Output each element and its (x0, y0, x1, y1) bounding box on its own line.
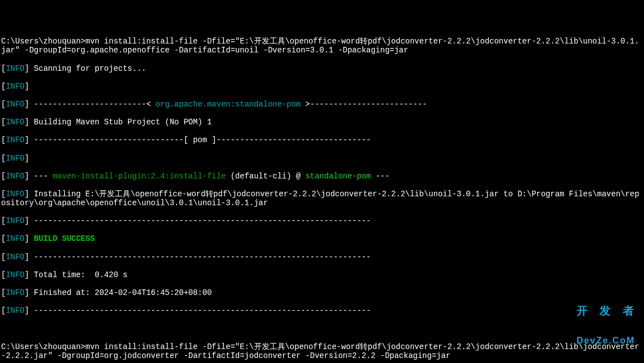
watermark: 开 发 者 DevZe.CoM (577, 287, 638, 355)
log-line: [INFO] Total time: 0.420 s (1, 270, 643, 279)
terminal-output[interactable]: C:\Users\zhouquan>mvn install:install-fi… (1, 342, 643, 360)
command: mvn install:install-file -Dfile="E:\开发工具… (1, 342, 639, 360)
log-line: [INFO] Scanning for projects... (1, 64, 643, 73)
log-line: [INFO] --- maven-install-plugin:2.4:inst… (1, 172, 643, 181)
log-line: [INFO] ---------------------------------… (1, 253, 643, 262)
log-line: [INFO] Installing E:\开发工具\openoffice-wor… (1, 190, 643, 207)
plugin-name: maven-install-plugin:2.4:install-file (52, 172, 226, 181)
log-level: INFO (6, 216, 25, 225)
build-success: BUILD SUCCESS (29, 234, 95, 243)
maven-coordinates: org.apache.maven:standalone-pom (155, 100, 300, 109)
log-line: [INFO] --------------------------------[… (1, 135, 643, 144)
prompt: C:\Users\zhouquan> (1, 342, 85, 351)
log-line: [INFO] (1, 82, 643, 91)
watermark-url: DevZe.CoM (577, 336, 638, 346)
log-level: INFO (6, 190, 25, 199)
log-level: INFO (6, 135, 25, 144)
log-line: [INFO] Building Maven Stub Project (No P… (1, 118, 643, 127)
log-level: INFO (6, 172, 25, 181)
terminal-output[interactable]: C:\Users\zhouquan>mvn install:install-fi… (1, 37, 643, 55)
log-level: INFO (6, 234, 25, 243)
log-line: [INFO] (1, 154, 643, 163)
log-line: [INFO] ---------------------------------… (1, 306, 643, 315)
log-level: INFO (6, 64, 25, 73)
log-level: INFO (6, 306, 25, 315)
watermark-text: 开 发 者 (577, 304, 638, 317)
log-level: INFO (6, 253, 25, 262)
plugin-target: standalone-pom (305, 172, 371, 181)
log-level: INFO (6, 118, 25, 127)
log-level: INFO (6, 82, 25, 91)
prompt: C:\Users\zhouquan> (1, 37, 85, 46)
log-line: [INFO] Finished at: 2024-02-04T16:45:20+… (1, 288, 643, 297)
log-level: INFO (6, 270, 25, 279)
log-line: [INFO] ------------------------< org.apa… (1, 100, 643, 109)
log-level: INFO (6, 100, 25, 109)
blank-line (1, 324, 643, 333)
log-level: INFO (6, 288, 25, 297)
command: mvn install:install-file -Dfile="E:\开发工具… (1, 37, 639, 55)
log-level: INFO (6, 154, 25, 163)
log-line: [INFO] ---------------------------------… (1, 216, 643, 225)
log-line: [INFO] BUILD SUCCESS (1, 234, 643, 243)
